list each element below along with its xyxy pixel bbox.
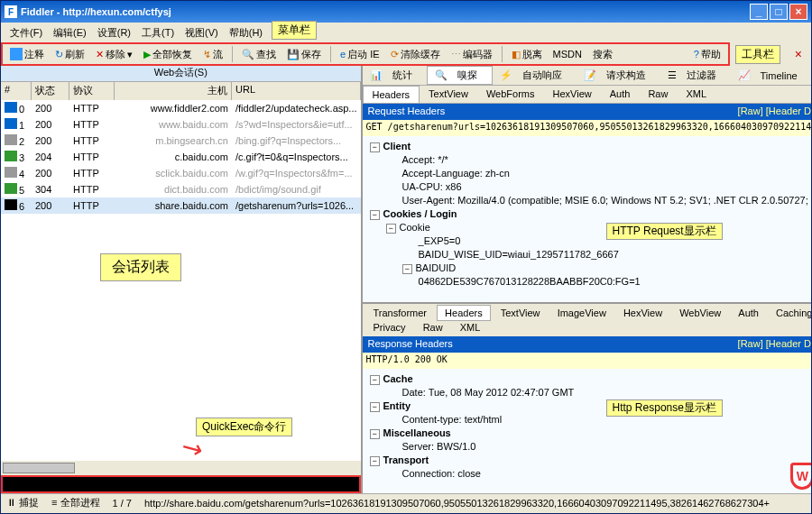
- table-row[interactable]: 5304HTTPdict.baidu.com/bdict/img/sound.g…: [1, 181, 361, 197]
- msdn-button[interactable]: MSDN: [549, 48, 586, 60]
- toolbar-close-button[interactable]: ×: [786, 47, 811, 61]
- help-button[interactable]: ?帮助: [690, 47, 724, 62]
- remove-button[interactable]: ✕移除▾: [92, 47, 136, 62]
- col-host[interactable]: 主机: [115, 82, 232, 100]
- table-row[interactable]: 1200HTTPwww.baidu.com/s?wd=Inspectors&ie…: [1, 116, 361, 133]
- collapse-icon[interactable]: −: [370, 210, 380, 220]
- menu-help[interactable]: 帮助(H): [224, 24, 268, 41]
- collapse-icon[interactable]: −: [370, 429, 380, 439]
- col-status[interactable]: 状态: [32, 82, 69, 100]
- sessions-panel: Web会话(S) # 状态 协议 主机 URL 0200HTTPwww.fidd…: [1, 66, 363, 493]
- watermark-logo: W护卫神: [790, 463, 812, 490]
- tab-resp-imageview[interactable]: ImageView: [550, 306, 614, 320]
- tab-stats[interactable]: 📊统计: [363, 66, 427, 85]
- collapse-icon[interactable]: −: [402, 264, 412, 274]
- tab-resp-hexview[interactable]: HexView: [616, 306, 669, 320]
- tab-req-raw[interactable]: Raw: [639, 86, 677, 103]
- menu-file[interactable]: 文件(F): [5, 24, 48, 41]
- find-button[interactable]: 🔍查找: [238, 47, 280, 62]
- status-url: http://share.baidu.com/getsharenum?urls=…: [144, 498, 770, 509]
- minimize-button[interactable]: _: [750, 4, 768, 20]
- tab-req-xml[interactable]: XML: [677, 86, 715, 103]
- tab-resp-transformer[interactable]: Transformer: [366, 306, 435, 320]
- annotation-toolbar: 工具栏: [735, 45, 780, 64]
- window-title: Fiddler - http://hexun.com/ctfysj: [21, 6, 171, 17]
- shield-icon: W: [790, 463, 812, 490]
- response-tree[interactable]: −Cache Date: Tue, 08 May 2012 02:47:07 G…: [363, 369, 812, 493]
- table-row[interactable]: 6200HTTPshare.baidu.com/getsharenum?urls…: [1, 197, 361, 214]
- sessions-header: Web会话(S): [1, 66, 361, 82]
- tab-req-webforms[interactable]: WebForms: [477, 86, 544, 103]
- annotation-response: Http Response显示栏: [606, 399, 723, 417]
- menu-view[interactable]: 视图(V): [180, 24, 224, 41]
- tab-resp-auth[interactable]: Auth: [731, 306, 766, 320]
- tab-autoresponder[interactable]: ⚡自动响应: [493, 66, 577, 85]
- tab-resp-caching[interactable]: Caching: [769, 306, 812, 320]
- stream-button[interactable]: ↯流: [199, 47, 226, 62]
- request-tree[interactable]: −Client Accept: */* Accept-Language: zh-…: [363, 136, 812, 302]
- collapse-icon[interactable]: −: [370, 456, 380, 466]
- response-status-line: HTTP/1.0 200 OK: [363, 353, 812, 369]
- search-input[interactable]: 搜索: [589, 47, 616, 62]
- tab-req-textview[interactable]: TextView: [420, 86, 477, 103]
- status-process[interactable]: ≡ 全部进程: [51, 496, 99, 509]
- annotation-request: HTTP Request显示栏: [606, 223, 723, 240]
- response-tabs: Transformer Headers TextView ImageView H…: [363, 304, 812, 336]
- tab-req-hexview[interactable]: HexView: [544, 86, 601, 103]
- collapse-icon[interactable]: −: [370, 402, 380, 412]
- quickexec-input[interactable]: [1, 475, 361, 493]
- table-row[interactable]: 3204HTTPc.baidu.com/c.gif?t=0&q=Inspecto…: [1, 149, 361, 165]
- refresh-button[interactable]: ↻刷新: [51, 47, 88, 62]
- menu-rules[interactable]: 设置(R): [92, 24, 136, 41]
- tab-resp-webview[interactable]: WebView: [672, 306, 728, 320]
- menu-tools[interactable]: 工具(T): [136, 24, 180, 41]
- annotation-menubar: 菜单栏: [272, 21, 317, 40]
- tab-filters[interactable]: ☰过滤器: [660, 66, 731, 85]
- tab-resp-raw[interactable]: Raw: [416, 320, 450, 335]
- statusbar: ⏸ 捕捉 ≡ 全部进程 1 / 7 http://share.baidu.com…: [1, 493, 811, 511]
- toolbar: 注释 ↻刷新 ✕移除▾ ▶全部恢复 ↯流 🔍查找 💾保存 e启动 IE ⟳清除缓…: [1, 42, 730, 66]
- col-protocol[interactable]: 协议: [69, 82, 115, 100]
- sessions-list[interactable]: 0200HTTPwww.fiddler2.com/fiddler2/update…: [1, 100, 361, 461]
- launchie-button[interactable]: e启动 IE: [337, 47, 383, 62]
- encoder-button[interactable]: ⋯编码器: [448, 47, 496, 62]
- h-scrollbar[interactable]: [1, 461, 361, 475]
- tab-resp-headers[interactable]: Headers: [437, 305, 491, 321]
- table-row[interactable]: 2200HTTPm.bingsearch.cn/bing.gif?q=Inspe…: [1, 133, 361, 149]
- tab-resp-xml[interactable]: XML: [453, 320, 488, 335]
- collapse-icon[interactable]: −: [386, 224, 396, 234]
- replay-button[interactable]: ▶全部恢复: [140, 47, 196, 62]
- tab-req-auth[interactable]: Auth: [601, 86, 640, 103]
- comment-icon: [10, 48, 23, 60]
- inspector-main-tabs: 📊统计 🔍嗅探 ⚡自动响应 📝请求构造 ☰过滤器 📈Timeline: [363, 66, 812, 86]
- menubar: 文件(F) 编辑(E) 设置(R) 工具(T) 视图(V) 帮助(H) 菜单栏: [1, 23, 811, 42]
- tab-composer[interactable]: 📝请求构造: [577, 66, 660, 85]
- annotation-sessions: 会话列表: [100, 253, 181, 281]
- collapse-icon[interactable]: −: [370, 142, 380, 152]
- comment-button[interactable]: 注释: [6, 47, 48, 62]
- tab-resp-privacy[interactable]: Privacy: [366, 320, 413, 335]
- tab-resp-textview[interactable]: TextView: [494, 306, 548, 320]
- tearoff-button[interactable]: ◧脱离: [508, 47, 546, 62]
- request-tabs: Headers TextView WebForms HexView Auth R…: [363, 86, 812, 104]
- close-button[interactable]: ×: [789, 4, 807, 20]
- table-row[interactable]: 4200HTTPsclick.baidu.com/w.gif?q=Inspect…: [1, 165, 361, 181]
- collapse-icon[interactable]: −: [370, 375, 380, 385]
- maximize-button[interactable]: □: [770, 4, 788, 20]
- response-headers-bar: Response Headers[Raw] [Header Definition…: [363, 336, 812, 353]
- tab-timeline[interactable]: 📈Timeline: [731, 66, 812, 85]
- annotation-quickexec: QuickExec命令行: [196, 418, 292, 436]
- tab-inspectors[interactable]: 🔍嗅探: [427, 66, 493, 85]
- col-url[interactable]: URL: [232, 82, 361, 100]
- clearcache-button[interactable]: ⟳清除缓存: [387, 47, 444, 62]
- titlebar: F Fiddler - http://hexun.com/ctfysj _ □ …: [1, 1, 811, 23]
- request-headers-bar: Request Headers[Raw] [Header Definitions…: [363, 104, 812, 120]
- col-num[interactable]: #: [1, 82, 32, 100]
- tab-req-headers[interactable]: Headers: [363, 86, 420, 103]
- menu-edit[interactable]: 编辑(E): [48, 24, 92, 41]
- req-header-links[interactable]: [Raw] [Header Definitions]: [738, 106, 812, 118]
- save-button[interactable]: 💾保存: [283, 47, 325, 62]
- table-row[interactable]: 0200HTTPwww.fiddler2.com/fiddler2/update…: [1, 100, 361, 116]
- status-capture[interactable]: ⏸ 捕捉: [6, 496, 39, 509]
- resp-header-links[interactable]: [Raw] [Header Definitions]: [738, 338, 812, 351]
